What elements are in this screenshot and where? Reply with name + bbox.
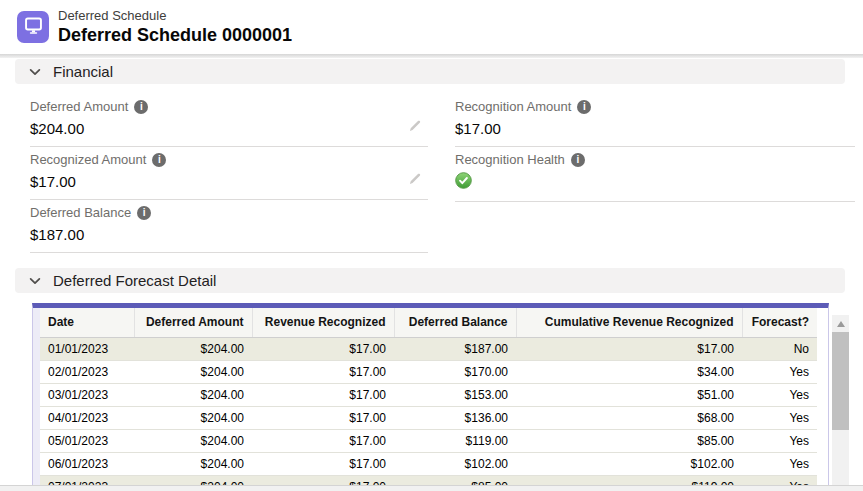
table-cell: $204.00 [134, 360, 252, 383]
section-header-financial[interactable]: Financial [15, 59, 845, 84]
section-title: Deferred Forecast Detail [53, 272, 216, 289]
table-cell: $204.00 [134, 337, 252, 360]
field-deferred-amount: Deferred Amounti$204.00 [30, 94, 428, 147]
table-cell: $204.00 [134, 406, 252, 429]
deferred-schedule-object-icon [17, 11, 49, 43]
table-cell: $102.00 [394, 452, 516, 475]
forecast-table-head: DateDeferred AmountRevenue RecognizedDef… [40, 308, 817, 337]
scrollbar-thumb[interactable] [832, 332, 849, 430]
table-row: 06/01/2023$204.00$17.00$102.00$102.00Yes [40, 452, 817, 475]
table-cell: Yes [742, 406, 817, 429]
table-cell: $17.00 [252, 337, 394, 360]
table-cell: $136.00 [394, 406, 516, 429]
forecast-table-body: 01/01/2023$204.00$17.00$187.00$17.00No02… [40, 337, 817, 491]
success-check-icon [455, 172, 472, 189]
table-cell: 02/01/2023 [40, 360, 134, 383]
table-cell: $17.00 [252, 429, 394, 452]
field-recognized-amount: Recognized Amounti$17.00 [30, 147, 428, 200]
table-cell: $119.00 [394, 429, 516, 452]
app-header: Deferred Schedule Deferred Schedule 0000… [0, 0, 863, 54]
scrollbar-up-arrow[interactable] [832, 315, 849, 332]
field-value: $187.00 [30, 225, 428, 245]
forecast-table: DateDeferred AmountRevenue RecognizedDef… [40, 308, 817, 491]
table-cell: $34.00 [516, 360, 742, 383]
field-label: Recognition Health [455, 152, 565, 167]
table-cell: 01/01/2023 [40, 337, 134, 360]
column-header[interactable]: Deferred Amount [134, 308, 252, 337]
field-value: $204.00 [30, 119, 428, 139]
chevron-down-icon[interactable] [28, 65, 42, 79]
chevron-down-icon[interactable] [28, 274, 42, 288]
table-cell: No [742, 337, 817, 360]
field-label: Recognized Amount [30, 152, 146, 167]
section-header-forecast-detail[interactable]: Deferred Forecast Detail [15, 268, 845, 293]
table-cell: Yes [742, 360, 817, 383]
table-cell: $102.00 [516, 452, 742, 475]
column-header[interactable]: Revenue Recognized [252, 308, 394, 337]
field-value: $17.00 [455, 119, 855, 139]
table-vertical-scrollbar[interactable] [832, 315, 849, 491]
triangle-up-icon [837, 321, 845, 327]
table-row: 04/01/2023$204.00$17.00$136.00$68.00Yes [40, 406, 817, 429]
financial-column-right: Recognition Amounti$17.00Recognition Hea… [455, 94, 855, 202]
table-cell: $153.00 [394, 383, 516, 406]
table-cell: Yes [742, 429, 817, 452]
table-cell: $17.00 [252, 383, 394, 406]
table-cell: 06/01/2023 [40, 452, 134, 475]
table-cell: $204.00 [134, 383, 252, 406]
field-recognition-health: Recognition Healthi [455, 147, 855, 202]
table-cell: $204.00 [134, 429, 252, 452]
field-recognition-amount: Recognition Amounti$17.00 [455, 94, 855, 147]
column-header[interactable]: Cumulative Revenue Recognized [516, 308, 742, 337]
info-icon[interactable]: i [134, 100, 148, 114]
table-cell: Yes [742, 452, 817, 475]
column-header[interactable]: Forecast? [742, 308, 817, 337]
info-icon[interactable]: i [137, 206, 151, 220]
column-header[interactable]: Date [40, 308, 134, 337]
table-cell: $85.00 [516, 429, 742, 452]
field-value: $17.00 [30, 172, 428, 192]
field-label: Recognition Amount [455, 99, 571, 114]
table-left-strip [33, 308, 40, 491]
info-icon[interactable]: i [152, 153, 166, 167]
section-title: Financial [53, 63, 113, 80]
table-cell: $17.00 [252, 360, 394, 383]
table-row: 05/01/2023$204.00$17.00$119.00$85.00Yes [40, 429, 817, 452]
table-row: 03/01/2023$204.00$17.00$153.00$51.00Yes [40, 383, 817, 406]
table-cell: 03/01/2023 [40, 383, 134, 406]
forecast-table-panel: DateDeferred AmountRevenue RecognizedDef… [32, 303, 829, 491]
financial-column-left: Deferred Amounti$204.00Recognized Amount… [30, 94, 428, 253]
edit-pencil-icon[interactable] [408, 119, 422, 137]
header-divider [0, 54, 863, 58]
header-row: DateDeferred AmountRevenue RecognizedDef… [40, 308, 817, 337]
table-cell: 05/01/2023 [40, 429, 134, 452]
table-row: 01/01/2023$204.00$17.00$187.00$17.00No [40, 337, 817, 360]
table-cell: $204.00 [134, 452, 252, 475]
edit-pencil-icon[interactable] [408, 172, 422, 190]
object-label: Deferred Schedule [58, 8, 292, 24]
table-cell: $17.00 [516, 337, 742, 360]
window-bottom-edge [0, 485, 863, 491]
info-icon[interactable]: i [571, 153, 585, 167]
field-label: Deferred Balance [30, 205, 131, 220]
table-cell: $170.00 [394, 360, 516, 383]
table-cell: $17.00 [252, 406, 394, 429]
table-cell: $17.00 [252, 452, 394, 475]
table-row: 02/01/2023$204.00$17.00$170.00$34.00Yes [40, 360, 817, 383]
desktop-icon [23, 15, 44, 40]
table-cell: $68.00 [516, 406, 742, 429]
table-cell: 04/01/2023 [40, 406, 134, 429]
column-header[interactable]: Deferred Balance [394, 308, 516, 337]
page-title: Deferred Schedule 0000001 [58, 24, 292, 47]
table-cell: $187.00 [394, 337, 516, 360]
field-deferred-balance: Deferred Balancei$187.00 [30, 200, 428, 253]
info-icon[interactable]: i [577, 100, 591, 114]
table-cell: $51.00 [516, 383, 742, 406]
field-label: Deferred Amount [30, 99, 128, 114]
table-cell: Yes [742, 383, 817, 406]
